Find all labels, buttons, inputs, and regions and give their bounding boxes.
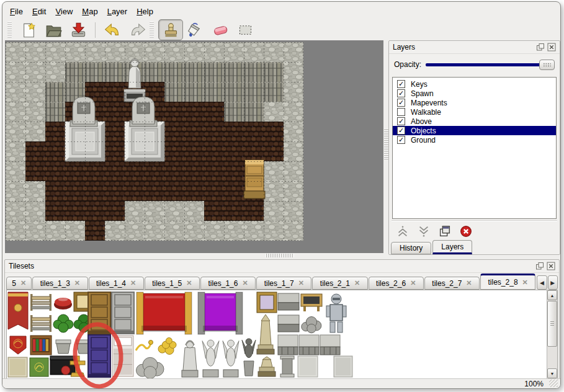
menu-help[interactable]: Help <box>137 7 153 16</box>
stamp-tool-button[interactable] <box>158 19 183 40</box>
layer-row-objects[interactable]: ✓Objects <box>393 126 556 135</box>
opacity-slider[interactable] <box>426 60 555 70</box>
tile-loom-2[interactable] <box>30 315 51 332</box>
layer-row-spawn[interactable]: ✓Spawn <box>393 89 556 98</box>
tileset-tab-tiles_2_6[interactable]: tiles_2_6✕ <box>369 277 424 290</box>
layer-visibility-checkbox[interactable]: ✓ <box>397 89 405 97</box>
tile-wooden-door[interactable] <box>88 292 110 334</box>
tab-close-icon[interactable]: ✕ <box>466 279 472 287</box>
tab-close-icon[interactable]: ✕ <box>74 279 80 287</box>
map-canvas[interactable] <box>6 42 303 241</box>
undo-button[interactable] <box>100 19 125 40</box>
tile-red-banner[interactable] <box>8 292 28 329</box>
layer-visibility-checkbox[interactable]: ✓ <box>397 117 405 125</box>
tileset-tab-tiles_1_3[interactable]: tiles_1_3✕ <box>32 277 87 290</box>
tile-green-flag[interactable] <box>30 358 48 376</box>
scroll-tabs-left-button[interactable]: ◀ <box>537 275 547 290</box>
tab-close-icon[interactable]: ✕ <box>242 279 248 287</box>
menu-file[interactable]: File <box>10 7 23 16</box>
layer-visibility-checkbox[interactable]: ✓ <box>397 80 405 88</box>
eraser-tool-button[interactable] <box>208 19 233 40</box>
tileset-canvas[interactable] <box>7 290 540 379</box>
menu-view[interactable]: View <box>55 7 73 16</box>
tile-stone-slab[interactable] <box>278 293 299 310</box>
tile-stone-slab-2[interactable] <box>278 315 299 332</box>
tile-stone-pillar[interactable] <box>280 356 294 377</box>
horizontal-splitter-grip[interactable] <box>266 254 294 257</box>
menu-map[interactable]: Map <box>82 7 97 16</box>
layer-list[interactable]: ✓Keys✓Spawn✓MapeventsWalkable✓Above✓Obje… <box>392 77 557 219</box>
layer-row-keys[interactable]: ✓Keys <box>393 79 556 89</box>
layer-visibility-checkbox[interactable]: ✓ <box>397 99 405 107</box>
tileset-tab-tiles_1_5[interactable]: tiles_1_5✕ <box>145 277 200 290</box>
tile-loom[interactable] <box>30 294 51 311</box>
tab-close-icon[interactable]: ✕ <box>130 279 136 287</box>
tileset-tab-5[interactable]: 5✕ <box>6 277 32 290</box>
scroll-up-icon[interactable]: ▲ <box>547 290 557 300</box>
tab-close-icon[interactable]: ✕ <box>298 279 304 287</box>
tileset-scrollbar[interactable]: ▲ ▼ <box>547 290 557 378</box>
redo-button[interactable] <box>125 19 150 40</box>
vertical-splitter-grip[interactable] <box>384 128 388 159</box>
tile-stone-ledge-3[interactable] <box>320 335 340 355</box>
tile-framed-portrait[interactable] <box>257 292 277 313</box>
open-file-button[interactable] <box>41 19 66 40</box>
layer-row-ground[interactable]: ✓Ground <box>393 135 556 145</box>
tileset-tab-tiles_1_7[interactable]: tiles_1_7✕ <box>256 277 311 290</box>
layer-row-walkable[interactable]: Walkable <box>393 107 556 117</box>
tile-stone-door[interactable] <box>112 292 134 334</box>
select-tool-button[interactable] <box>233 19 257 40</box>
scroll-down-icon[interactable]: ▼ <box>547 368 557 378</box>
tile-white-bed[interactable] <box>112 336 133 376</box>
tileset-tab-tiles_1_4[interactable]: tiles_1_4✕ <box>89 277 144 290</box>
tileset-tab-tiles_2_7[interactable]: tiles_2_7✕ <box>424 277 480 290</box>
duplicate-layer-button[interactable] <box>436 223 453 239</box>
scroll-tabs-right-button[interactable]: ▶ <box>548 275 558 290</box>
new-file-button[interactable] <box>16 19 41 40</box>
layer-visibility-checkbox[interactable]: ✓ <box>397 127 405 135</box>
tab-close-icon[interactable]: ✕ <box>354 279 360 287</box>
layer-row-above[interactable]: ✓Above <box>393 117 556 126</box>
tileset-tab-tiles_1_6[interactable]: tiles_1_6✕ <box>200 277 256 290</box>
scrollbar-thumb[interactable] <box>547 301 557 347</box>
tab-close-icon[interactable]: ✕ <box>186 279 192 287</box>
tileset-tab-tiles_2_1[interactable]: tiles_2_1✕ <box>312 277 367 290</box>
menu-edit[interactable]: Edit <box>32 7 46 16</box>
tile-red-stool[interactable] <box>54 298 72 310</box>
float-dock-button[interactable] <box>536 43 545 51</box>
delete-layer-button[interactable] <box>457 223 474 239</box>
menu-layer[interactable]: Layer <box>107 7 128 16</box>
tileset-tab-tiles_2_8[interactable]: tiles_2_8✕ <box>480 274 535 290</box>
close-dock-button[interactable] <box>547 262 555 270</box>
map-viewport[interactable] <box>5 40 383 253</box>
toolbar-grip[interactable] <box>150 22 154 38</box>
fill-tool-button[interactable] <box>183 19 208 40</box>
close-dock-button[interactable] <box>547 43 556 51</box>
layer-visibility-checkbox[interactable]: ✓ <box>397 136 405 144</box>
toolbar-grip[interactable] <box>7 22 12 38</box>
save-file-button[interactable] <box>66 19 91 40</box>
tile-purple-throne[interactable] <box>198 292 243 334</box>
tile-floor-tile-light-2[interactable] <box>334 356 352 377</box>
raise-layer-button[interactable] <box>394 223 411 239</box>
tab-close-icon[interactable]: ✕ <box>410 279 416 287</box>
opacity-slider-track[interactable] <box>426 63 554 66</box>
tile-black-shelf[interactable] <box>50 356 75 375</box>
tile-purple-door[interactable] <box>88 335 110 377</box>
opacity-slider-handle[interactable] <box>539 60 555 70</box>
layer-visibility-checkbox[interactable] <box>397 108 405 116</box>
float-dock-button[interactable] <box>535 262 544 270</box>
tile-tan-floor-tile[interactable] <box>8 357 27 377</box>
tile-stone-ledge-1[interactable] <box>278 335 298 355</box>
tab-close-icon[interactable]: ✕ <box>522 278 528 287</box>
dock-tab-layers[interactable]: Layers <box>432 240 472 254</box>
layer-row-mapevents[interactable]: ✓Mapevents <box>393 98 556 107</box>
tile-stone-ledge-2[interactable] <box>299 335 319 355</box>
tile-bookshelf[interactable] <box>30 336 51 355</box>
resize-grip[interactable] <box>549 380 558 387</box>
tileset-content[interactable]: ▲ ▼ <box>6 290 558 379</box>
dock-tab-history[interactable]: History <box>391 242 431 254</box>
tab-close-icon[interactable]: ✕ <box>20 279 26 287</box>
lower-layer-button[interactable] <box>415 223 432 239</box>
tile-floor-tile-light[interactable] <box>298 356 318 377</box>
